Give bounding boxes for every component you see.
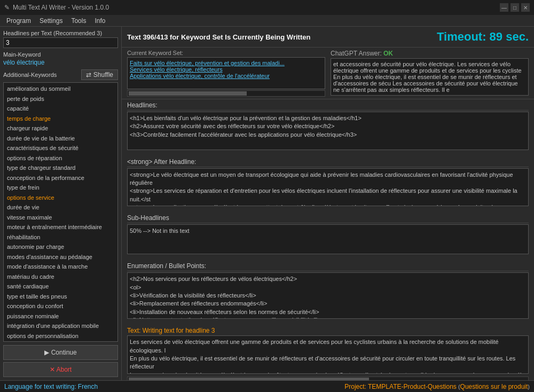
maximize-button[interactable]: □ (511, 3, 519, 12)
titlebar-left: ✎ Multi Text AI Writer - Version 1.0.0 (4, 4, 109, 11)
keyword-item[interactable]: santé cardiaque (5, 281, 116, 292)
sub-headlines-label: Sub-Headlines (127, 212, 529, 223)
keyword-set-item[interactable]: Faits sur vélo électrique, prévention et… (130, 60, 323, 66)
statusbar: Language for text writing: French Projec… (0, 380, 534, 392)
app-icon: ✎ (4, 4, 10, 11)
enumeration-textarea[interactable] (127, 272, 529, 319)
main-keyword-label: Main-Keyword (3, 51, 118, 58)
content-area: Headlines: <strong> After Headline: Sub-… (122, 99, 534, 380)
project-label: Project: TEMPLATE-Product-Questions (344, 383, 457, 390)
keyword-item[interactable]: modes d'assistance au pédalage (5, 252, 116, 262)
shuffle-icon: ⇄ (86, 71, 91, 79)
keyword-item[interactable]: chargeur rapide (5, 123, 116, 134)
keyword-item[interactable]: conception de la performance (5, 173, 116, 183)
main-keyword-value: vélo électrique (3, 59, 118, 66)
keyword-item[interactable]: système d'engrenage (5, 341, 116, 342)
menu-settings[interactable]: Settings (35, 16, 67, 26)
additional-keywords-header: Additional-Keywords ⇄ Shuffle (3, 69, 118, 80)
keyword-item[interactable]: intégration d'une application mobile (5, 321, 116, 331)
keyword-item[interactable]: type de chargeur standard (5, 163, 116, 173)
enumeration-label: Enumeration / Bullet Points: (127, 260, 529, 271)
keyword-item[interactable]: perte de poids (5, 94, 116, 104)
keyword-item[interactable]: type et taille des pneus (5, 292, 116, 302)
keyword-set-section: Current Keyword Set: Faits sur vélo élec… (127, 50, 325, 97)
keyword-set-scrollbar-thumb (129, 91, 247, 96)
chatgpt-label: ChatGPT Answer: OK (331, 50, 529, 57)
language-label: Language for text writing: (4, 383, 76, 390)
timeout-display: Timeout: 89 sec. (437, 30, 529, 44)
after-headline-section: <strong> After Headline: (127, 156, 529, 208)
keyword-set-item[interactable]: Applications vélo électrique, contrôle d… (130, 73, 323, 79)
keyword-item[interactable]: options de personnalisation (5, 331, 116, 341)
keywords-list: amélioration du sommeilperte de poidscap… (3, 82, 118, 342)
text-textarea[interactable] (127, 335, 529, 374)
keyword-item[interactable]: moteur à entraînement intermédiaire (5, 222, 116, 232)
titlebar-controls[interactable]: — □ ✕ (500, 3, 530, 12)
sub-headlines-textarea[interactable] (127, 224, 529, 254)
keyword-item[interactable]: options de réparation (5, 153, 116, 163)
keyword-item[interactable]: conception du confort (5, 301, 116, 311)
menu-tools[interactable]: Tools (67, 16, 90, 26)
writing-title: Text 396/413 for Keyword Set Is Currentl… (127, 33, 310, 41)
keyword-item[interactable]: autonomie par charge (5, 242, 116, 252)
keyword-item[interactable]: durée de vie (5, 202, 116, 213)
left-panel: Headlines per Text (Recommended 3) Main-… (0, 27, 122, 380)
text-scrollbar[interactable] (127, 377, 529, 380)
keyword-item[interactable]: options de service (5, 193, 116, 203)
keyword-set-scrollbar[interactable] (127, 90, 325, 97)
right-panel: Text 396/413 for Keyword Set Is Currentl… (122, 27, 534, 380)
menu-info[interactable]: Info (90, 16, 109, 26)
right-header: Text 396/413 for Keyword Set Is Currentl… (122, 27, 534, 48)
keyword-item[interactable]: caractéristiques de sécurité (5, 143, 116, 153)
ok-badge: OK (383, 50, 393, 57)
language-value: French (78, 383, 98, 390)
keyword-item[interactable]: puissance nominale (5, 311, 116, 322)
after-headline-label: <strong> After Headline: (127, 156, 529, 167)
shuffle-button[interactable]: ⇄ Shuffle (81, 69, 118, 80)
abort-button[interactable]: ✕ Abort (3, 362, 118, 377)
statusbar-project: Project: TEMPLATE-Product-Questions (Que… (344, 383, 530, 390)
menu-program[interactable]: Program (2, 16, 35, 26)
keyword-item[interactable]: matériau du cadre (5, 272, 116, 282)
headlines-section: Headlines: (127, 99, 529, 152)
headlines-per-text-input[interactable] (3, 37, 118, 48)
enumeration-section: Enumeration / Bullet Points: (127, 260, 529, 320)
titlebar: ✎ Multi Text AI Writer - Version 1.0.0 —… (0, 0, 534, 15)
writing-headline-label: Writing text for headline 3 (143, 327, 215, 334)
keyword-item[interactable]: mode d'assistance à la marche (5, 262, 116, 272)
continue-button[interactable]: ▶ Continue (3, 345, 118, 360)
keyword-set-item[interactable]: Services vélo électrique, réflecteurs (130, 66, 323, 73)
keyword-item[interactable]: amélioration du sommeil (5, 84, 116, 94)
text-section: Text: Writing text for headline 3 (127, 325, 529, 380)
current-keyword-set-label: Current Keyword Set: (127, 50, 325, 56)
keyword-item[interactable]: vitesse maximale (5, 213, 116, 223)
keyword-item[interactable]: durée de vie de la batterie (5, 134, 116, 144)
text-label: Text: Writing text for headline 3 (127, 325, 529, 335)
keyword-item[interactable]: capacité (5, 104, 116, 114)
close-button[interactable]: ✕ (521, 3, 530, 12)
main-layout: Headlines per Text (Recommended 3) Main-… (0, 27, 534, 380)
app-title: Multi Text AI Writer - Version 1.0.0 (13, 4, 109, 11)
keyword-item[interactable]: type de frein (5, 183, 116, 193)
keyword-item[interactable]: temps de charge (5, 114, 116, 124)
menubar: Program Settings Tools Info (0, 15, 534, 27)
statusbar-language: Language for text writing: French (4, 383, 98, 390)
headlines-per-text-label: Headlines per Text (Recommended 3) (3, 30, 118, 36)
bottom-buttons: ▶ Continue ✕ Abort (3, 345, 118, 377)
additional-keywords-label: Additional-Keywords (3, 72, 57, 78)
minimize-button[interactable]: — (500, 3, 508, 12)
keyword-item[interactable]: réhabilitation (5, 232, 116, 242)
shuffle-label: Shuffle (93, 71, 113, 79)
chatgpt-box: et accessoires de sécurité pour vélo éle… (331, 58, 529, 96)
headlines-label: Headlines: (127, 99, 529, 111)
keyword-row: Current Keyword Set: Faits sur vélo élec… (122, 48, 534, 99)
sub-headlines-section: Sub-Headlines (127, 212, 529, 256)
project-value: Questions sur le produit (460, 383, 528, 390)
after-headline-textarea[interactable] (127, 168, 529, 207)
chatgpt-section: ChatGPT Answer: OK et accessoires de séc… (331, 50, 529, 96)
keyword-set-box: Faits sur vélo électrique, prévention et… (127, 57, 325, 89)
headlines-textarea[interactable] (127, 112, 529, 150)
